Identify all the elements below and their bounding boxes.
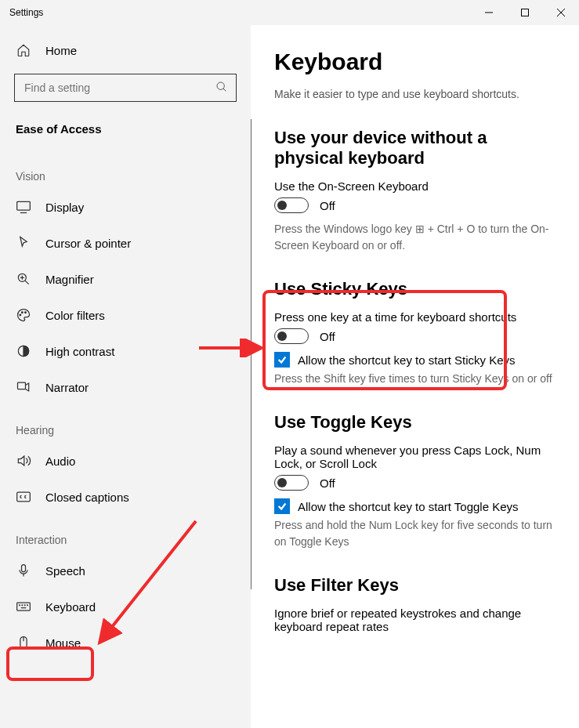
svg-point-22 [22, 605, 23, 606]
nav-label: Audio [45, 455, 75, 468]
svg-rect-16 [18, 382, 26, 389]
svg-point-24 [27, 605, 28, 606]
nav-keyboard[interactable]: Keyboard [0, 589, 251, 625]
svg-rect-20 [17, 603, 31, 610]
main-content: Keyboard Make it easier to type and use … [251, 25, 579, 728]
home-label: Home [45, 44, 77, 57]
nav-label: Speech [45, 564, 85, 578]
nav-magnifier[interactable]: Magnifier [0, 261, 251, 297]
svg-line-9 [25, 281, 29, 284]
palette-icon [16, 307, 31, 323]
onscreen-label: Use the On-Screen Keyboard [274, 179, 560, 193]
svg-rect-18 [22, 565, 26, 572]
sticky-state: Off [320, 330, 335, 343]
minimize-button[interactable] [471, 0, 507, 25]
nav-narrator[interactable]: Narrator [0, 369, 251, 405]
nav-mouse[interactable]: Mouse [0, 625, 251, 661]
mouse-icon [16, 635, 31, 650]
window-title: Settings [9, 7, 43, 18]
onscreen-keyboard-toggle[interactable] [274, 197, 309, 213]
titlebar: Settings [0, 0, 579, 25]
nav-display[interactable]: Display [0, 189, 251, 225]
nav-high-contrast[interactable]: High contrast [0, 333, 251, 369]
nav-label: Display [45, 201, 84, 214]
svg-rect-6 [17, 201, 31, 210]
nav-label: Closed captions [45, 491, 129, 504]
section-sticky-heading: Use Sticky Keys [274, 279, 560, 299]
nav-label: Keyboard [45, 600, 96, 614]
sticky-shortcut-checkbox[interactable] [274, 352, 290, 368]
display-icon [16, 199, 31, 215]
nav-closed-captions[interactable]: Closed captions [0, 479, 251, 515]
nav-label: High contrast [45, 345, 114, 358]
narrator-icon [16, 379, 31, 395]
search-icon [215, 81, 228, 96]
svg-rect-17 [17, 492, 31, 502]
section-label: Ease of Access [0, 116, 251, 151]
svg-point-14 [25, 312, 27, 313]
svg-rect-1 [522, 9, 529, 16]
nav-audio[interactable]: Audio [0, 443, 251, 479]
nav-label: Narrator [45, 381, 89, 394]
togglekeys-label: Play a sound whenever you press Caps Loc… [274, 444, 560, 470]
contrast-icon [16, 343, 31, 359]
group-interaction: Interaction [0, 515, 251, 552]
toggle-keys-toggle[interactable] [274, 475, 309, 491]
svg-point-13 [22, 312, 24, 313]
onscreen-hint: Press the Windows logo key ⊞ + Ctrl + O … [274, 221, 560, 254]
magnifier-icon [16, 271, 31, 287]
cc-icon [16, 489, 31, 505]
togglekeys-hint: Press and hold the Num Lock key for five… [274, 517, 560, 550]
svg-line-5 [223, 89, 226, 91]
sticky-check-label: Allow the shortcut key to start Sticky K… [298, 353, 516, 367]
nav-speech[interactable]: Speech [0, 552, 251, 589]
scroll-indicator[interactable] [251, 119, 252, 589]
onscreen-state: Off [320, 199, 335, 212]
sidebar: Home Ease of Access Vision Display Curso… [0, 25, 251, 728]
group-vision: Vision [0, 151, 251, 189]
togglekeys-shortcut-checkbox[interactable] [274, 498, 290, 514]
svg-point-23 [24, 605, 25, 606]
search-input[interactable] [23, 81, 215, 95]
window-controls [471, 0, 579, 25]
group-hearing: Hearing [0, 405, 251, 443]
maximize-button[interactable] [507, 0, 543, 25]
close-button[interactable] [543, 0, 579, 25]
section-toggle-heading: Use Toggle Keys [274, 412, 560, 433]
search-box[interactable] [14, 74, 237, 102]
section-filter-heading: Use Filter Keys [274, 575, 560, 596]
audio-icon [16, 453, 31, 469]
sticky-label: Press one key at a time for keyboard sho… [274, 310, 560, 324]
togglekeys-state: Off [320, 476, 335, 490]
page-title: Keyboard [274, 49, 560, 75]
cursor-icon [16, 235, 31, 251]
page-subtitle: Make it easier to type and use keyboard … [274, 86, 560, 103]
nav-color-filters[interactable]: Color filters [0, 297, 251, 333]
nav-label: Magnifier [45, 273, 94, 286]
togglekeys-check-label: Allow the shortcut key to start Toggle K… [298, 500, 519, 513]
keyboard-icon [16, 599, 31, 614]
nav-cursor[interactable]: Cursor & pointer [0, 225, 251, 261]
svg-point-21 [20, 605, 20, 606]
nav-label: Mouse [45, 636, 81, 650]
filter-label: Ignore brief or repeated keystrokes and … [274, 607, 560, 633]
section-physical-heading: Use your device without a physical keybo… [274, 128, 560, 168]
speech-icon [16, 563, 31, 578]
nav-label: Color filters [45, 309, 105, 322]
svg-point-4 [217, 82, 224, 89]
nav-label: Cursor & pointer [45, 237, 131, 250]
svg-point-12 [20, 314, 21, 316]
home-icon [16, 42, 31, 58]
sticky-hint: Press the Shift key five times to turn S… [274, 371, 560, 387]
home-nav[interactable]: Home [0, 34, 251, 66]
sticky-keys-toggle[interactable] [274, 328, 309, 344]
